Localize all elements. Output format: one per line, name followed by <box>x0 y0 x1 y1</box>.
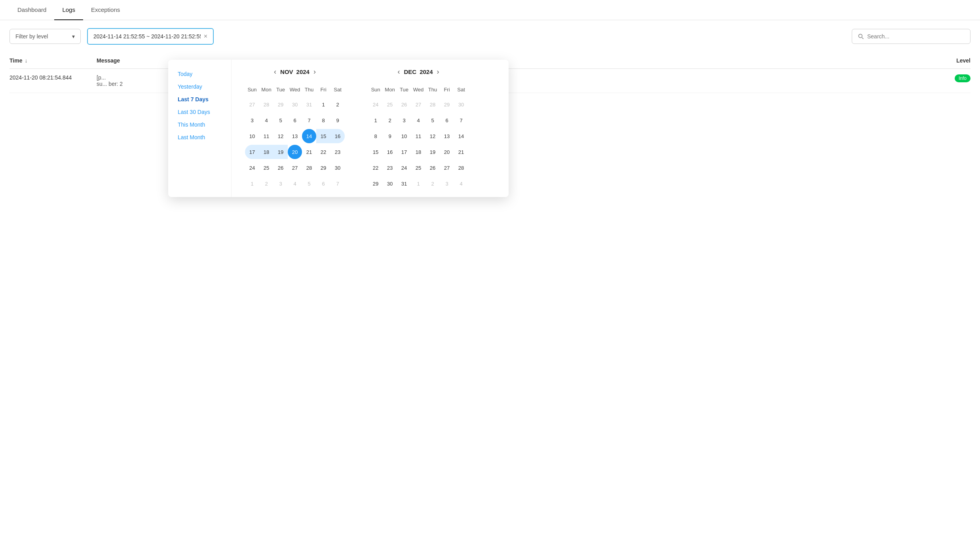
cal-day[interactable]: 1 <box>411 176 425 191</box>
cal-day[interactable]: 12 <box>425 129 440 143</box>
cal-day[interactable]: 31 <box>302 97 316 112</box>
cal-day[interactable]: 3 <box>397 113 411 127</box>
cal-day[interactable]: 25 <box>259 161 273 175</box>
cal-day[interactable]: 29 <box>368 176 383 191</box>
cal-day-19-in-range[interactable]: 19 <box>273 145 288 159</box>
tab-exceptions[interactable]: Exceptions <box>83 0 128 20</box>
cal-day[interactable]: 17 <box>397 145 411 159</box>
cal-day[interactable]: 27 <box>411 97 425 112</box>
right-calendar-prev-button[interactable]: ‹ <box>393 66 404 78</box>
cal-day[interactable]: 24 <box>397 161 411 175</box>
cal-day[interactable]: 27 <box>440 161 454 175</box>
cal-day[interactable]: 6 <box>316 176 330 191</box>
cal-day[interactable]: 2 <box>425 176 440 191</box>
quick-option-thismonth[interactable]: This Month <box>178 118 222 131</box>
cal-day[interactable]: 9 <box>383 129 397 143</box>
cal-day[interactable]: 18 <box>411 145 425 159</box>
cal-day[interactable]: 28 <box>302 161 316 175</box>
cal-day[interactable]: 29 <box>316 161 330 175</box>
cal-day-18-in-range[interactable]: 18 <box>259 145 273 159</box>
clear-date-button[interactable]: × <box>204 33 207 40</box>
cal-day-14-selected-start[interactable]: 14 <box>302 129 316 143</box>
quick-option-yesterday[interactable]: Yesterday <box>178 80 222 93</box>
date-range-input-wrapper[interactable]: × <box>87 28 214 45</box>
cal-day[interactable]: 4 <box>259 113 273 127</box>
cal-day[interactable]: 10 <box>245 129 259 143</box>
tab-logs[interactable]: Logs <box>54 0 83 20</box>
cal-day[interactable]: 29 <box>273 97 288 112</box>
cal-day[interactable]: 2 <box>330 97 345 112</box>
cal-day[interactable]: 6 <box>440 113 454 127</box>
cal-day[interactable]: 24 <box>368 97 383 112</box>
cal-day[interactable]: 23 <box>330 145 345 159</box>
cal-day[interactable]: 21 <box>302 145 316 159</box>
quick-option-last7days[interactable]: Last 7 Days <box>178 93 222 106</box>
cal-day[interactable]: 4 <box>288 176 302 191</box>
cal-day[interactable]: 1 <box>316 97 330 112</box>
cal-day-15-in-range[interactable]: 15 <box>316 129 330 143</box>
cal-day[interactable]: 5 <box>273 113 288 127</box>
cal-day[interactable]: 5 <box>302 176 316 191</box>
cal-day[interactable]: 27 <box>245 97 259 112</box>
cal-day[interactable]: 23 <box>383 161 397 175</box>
quick-option-lastmonth[interactable]: Last Month <box>178 131 222 144</box>
cal-day[interactable]: 30 <box>383 176 397 191</box>
cal-day[interactable]: 24 <box>245 161 259 175</box>
cal-day[interactable]: 8 <box>368 129 383 143</box>
cal-day[interactable]: 10 <box>397 129 411 143</box>
cal-day[interactable]: 3 <box>273 176 288 191</box>
cal-day[interactable]: 26 <box>425 161 440 175</box>
sort-icon[interactable]: ↓ <box>25 57 27 64</box>
left-calendar-prev-button[interactable]: ‹ <box>270 66 280 78</box>
cal-day[interactable]: 3 <box>245 113 259 127</box>
cal-day[interactable]: 28 <box>454 161 468 175</box>
date-range-input[interactable] <box>93 33 201 40</box>
cal-day[interactable]: 4 <box>454 176 468 191</box>
cal-day[interactable]: 2 <box>259 176 273 191</box>
cal-day[interactable]: 7 <box>302 113 316 127</box>
cal-day[interactable]: 27 <box>288 161 302 175</box>
cal-day[interactable]: 11 <box>411 129 425 143</box>
cal-day[interactable]: 7 <box>330 176 345 191</box>
cal-day[interactable]: 5 <box>425 113 440 127</box>
cal-day[interactable]: 2 <box>383 113 397 127</box>
cal-day[interactable]: 21 <box>454 145 468 159</box>
cal-day[interactable]: 1 <box>368 113 383 127</box>
cal-day[interactable]: 12 <box>273 129 288 143</box>
cal-day[interactable]: 8 <box>316 113 330 127</box>
cal-day[interactable]: 1 <box>245 176 259 191</box>
cal-day[interactable]: 6 <box>288 113 302 127</box>
cal-day[interactable]: 9 <box>330 113 345 127</box>
cal-day[interactable]: 7 <box>454 113 468 127</box>
left-calendar-next-button[interactable]: › <box>310 66 320 78</box>
cal-day[interactable]: 30 <box>454 97 468 112</box>
tab-dashboard[interactable]: Dashboard <box>9 0 54 20</box>
right-calendar-next-button[interactable]: › <box>433 66 443 78</box>
search-input[interactable] <box>867 33 965 40</box>
cal-day[interactable]: 26 <box>397 97 411 112</box>
cal-day[interactable]: 20 <box>440 145 454 159</box>
cal-day[interactable]: 26 <box>273 161 288 175</box>
cal-day-17-in-range[interactable]: 17 <box>245 145 259 159</box>
cal-day-16-in-range[interactable]: 16 <box>330 129 345 143</box>
cal-day[interactable]: 16 <box>383 145 397 159</box>
cal-day[interactable]: 13 <box>288 129 302 143</box>
cal-day[interactable]: 30 <box>330 161 345 175</box>
cal-day[interactable]: 19 <box>425 145 440 159</box>
cal-day[interactable]: 22 <box>368 161 383 175</box>
cal-day[interactable]: 29 <box>440 97 454 112</box>
quick-option-today[interactable]: Today <box>178 68 222 80</box>
cal-day[interactable]: 15 <box>368 145 383 159</box>
cal-day[interactable]: 28 <box>425 97 440 112</box>
cal-day-20-selected-end[interactable]: 20 <box>288 145 302 159</box>
cal-day[interactable]: 3 <box>440 176 454 191</box>
cal-day[interactable]: 22 <box>316 145 330 159</box>
quick-option-last30days[interactable]: Last 30 Days <box>178 106 222 118</box>
filter-level-select[interactable]: Filter by level ▾ <box>9 29 81 44</box>
cal-day[interactable]: 25 <box>411 161 425 175</box>
cal-day[interactable]: 4 <box>411 113 425 127</box>
cal-day[interactable]: 11 <box>259 129 273 143</box>
cal-day[interactable]: 28 <box>259 97 273 112</box>
cal-day[interactable]: 31 <box>397 176 411 191</box>
cal-day[interactable]: 14 <box>454 129 468 143</box>
